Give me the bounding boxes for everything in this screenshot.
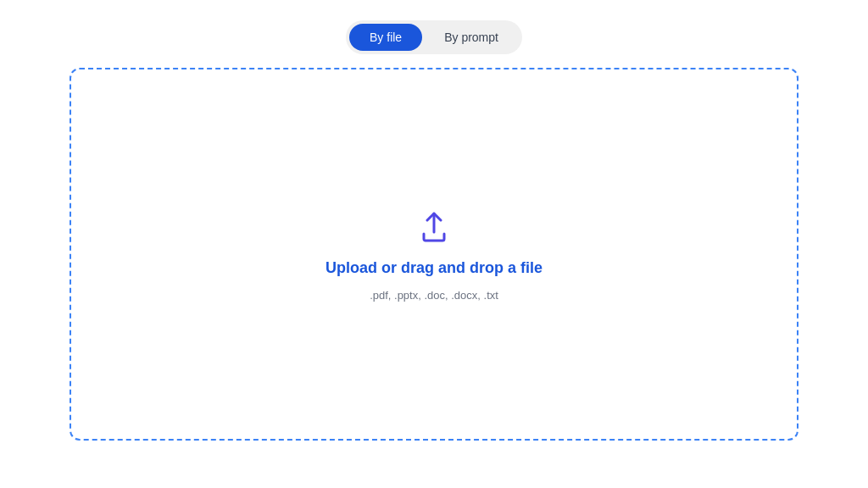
tab-by-file[interactable]: By file [349, 24, 422, 51]
tab-by-prompt[interactable]: By prompt [424, 24, 519, 51]
drop-zone-content: Upload or drag and drop a file .pdf, .pp… [326, 207, 542, 302]
upload-formats: .pdf, .pptx, .doc, .docx, .txt [370, 289, 498, 302]
upload-icon [414, 207, 454, 247]
file-drop-zone[interactable]: Upload or drag and drop a file .pdf, .pp… [70, 68, 798, 441]
upload-label: Upload or drag and drop a file [326, 259, 542, 277]
tabs-container: By file By prompt [346, 20, 522, 54]
